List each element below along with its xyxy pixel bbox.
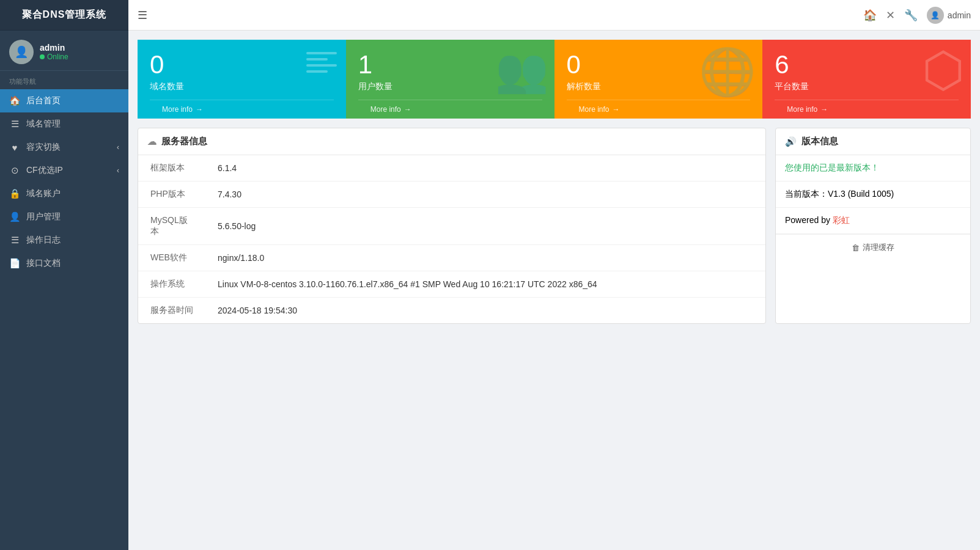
arrow-right-icon: → — [404, 105, 411, 114]
sidebar-item-host-switch[interactable]: ♥ 容灾切换 ‹ — [0, 136, 128, 159]
users-bg-icon: 👥 — [495, 49, 548, 92]
table-row: 操作系统 Linux VM-0-8-centos 3.10.0-1160.76.… — [138, 271, 765, 298]
powered-by-link[interactable]: 彩虹 — [833, 215, 850, 225]
row-value: Linux VM-0-8-centos 3.10.0-1160.76.1.el7… — [205, 271, 765, 298]
sidebar-user-section: 👤 admin Online — [0, 31, 128, 71]
doc-icon: 📄 — [9, 258, 20, 269]
user-icon: 👤 — [9, 211, 20, 222]
sidebar-user-status: Online — [40, 53, 68, 61]
sidebar-item-operation-log[interactable]: ☰ 操作日志 — [0, 229, 128, 252]
server-info-header: ☁ 服务器信息 — [138, 128, 765, 155]
trash-icon: 🗑 — [852, 243, 860, 252]
heart-icon: ♥ — [9, 142, 20, 153]
nav-username: admin — [948, 10, 971, 20]
speaker-icon: 🔊 — [785, 136, 797, 147]
row-label: PHP版本 — [138, 182, 205, 208]
table-row: MySQL版本 5.6.50-log — [138, 208, 765, 245]
stat-card-domain: 0 域名数量 More info → — [138, 40, 346, 119]
server-info-title: 服务器信息 — [161, 136, 207, 147]
home-nav-icon[interactable]: 🏠 — [863, 9, 877, 22]
chevron-right-icon: ‹ — [117, 143, 119, 152]
sidebar-item-cf-ip[interactable]: ⊙ CF优选IP ‹ — [0, 159, 128, 182]
sidebar-item-label: 域名账户 — [26, 188, 61, 199]
sidebar-section-label: 功能导航 — [0, 71, 128, 89]
row-label: MySQL版本 — [138, 208, 205, 245]
user-info-nav[interactable]: 👤 admin — [927, 7, 971, 24]
domain-count-label: 域名数量 — [150, 81, 334, 92]
version-powered-by: Powered by 彩虹 — [776, 208, 970, 234]
arrow-right-icon: → — [820, 105, 828, 114]
top-nav: ☰ 🏠 ✕ 🔧 👤 admin — [128, 0, 980, 31]
main-content: 0 域名数量 More info → 1 用户数量 👥 More info → — [128, 31, 980, 550]
user-more-info[interactable]: More info → — [358, 100, 542, 119]
hexagon-bg-icon: ⬡ — [922, 46, 965, 95]
app-title: 聚合DNS管理系统 — [22, 9, 107, 21]
table-row: 服务器时间 2024-05-18 19:54:30 — [138, 298, 765, 324]
row-label: 框架版本 — [138, 155, 205, 182]
table-row: 框架版本 6.1.4 — [138, 155, 765, 182]
sidebar-username: admin — [40, 43, 68, 53]
platform-more-info[interactable]: More info → — [775, 100, 959, 119]
version-info-header: 🔊 版本信息 — [776, 128, 970, 155]
user-avatar-nav: 👤 — [927, 7, 944, 24]
row-value: 2024-05-18 19:54:30 — [205, 298, 765, 324]
row-label: 操作系统 — [138, 271, 205, 298]
top-nav-left: ☰ — [138, 9, 147, 22]
stat-bg-lines-icon — [306, 52, 337, 73]
settings-nav-icon[interactable]: 🔧 — [904, 9, 918, 22]
sidebar-item-label: 接口文档 — [26, 258, 61, 269]
row-value: 6.1.4 — [205, 155, 765, 182]
sidebar-item-label: 容灾切换 — [26, 142, 61, 153]
home-icon: 🏠 — [9, 95, 20, 106]
row-label: WEB软件 — [138, 245, 205, 271]
version-current: 当前版本：V1.3 (Build 1005) — [776, 182, 970, 208]
sidebar-logo: 聚合DNS管理系统 — [0, 0, 128, 31]
sidebar-user-info: admin Online — [40, 43, 68, 61]
sidebar-item-label: 用户管理 — [26, 211, 61, 222]
stat-card-user: 1 用户数量 👥 More info → — [346, 40, 554, 119]
lock-icon: 🔒 — [9, 188, 20, 199]
table-row: PHP版本 7.4.30 — [138, 182, 765, 208]
version-info-title: 版本信息 — [801, 136, 838, 147]
status-dot-icon — [40, 54, 45, 59]
sidebar-item-label: 操作日志 — [26, 235, 61, 246]
version-footer: 🗑 清理缓存 — [776, 234, 970, 260]
sidebar-item-api-docs[interactable]: 📄 接口文档 — [0, 252, 128, 275]
log-icon: ☰ — [9, 235, 20, 246]
top-nav-right: 🏠 ✕ 🔧 👤 admin — [863, 7, 971, 24]
stat-cards-grid: 0 域名数量 More info → 1 用户数量 👥 More info → — [138, 40, 971, 119]
version-latest-text: 您使用的已是最新版本！ — [776, 155, 970, 182]
sidebar-item-label: 后台首页 — [26, 95, 61, 106]
sidebar-item-label: 域名管理 — [26, 119, 61, 130]
close-nav-icon[interactable]: ✕ — [886, 9, 895, 22]
sidebar-item-label: CF优选IP — [26, 165, 63, 176]
sidebar-item-dashboard[interactable]: 🏠 后台首页 — [0, 89, 128, 112]
row-value: nginx/1.18.0 — [205, 245, 765, 271]
cards-row: ☁ 服务器信息 框架版本 6.1.4 PHP版本 7.4.30 MySQL版本 … — [138, 128, 971, 324]
sidebar-item-domain-mgmt[interactable]: ☰ 域名管理 — [0, 112, 128, 136]
clear-cache-button[interactable]: 🗑 清理缓存 — [785, 242, 961, 253]
cloud-icon: ☁ — [147, 136, 157, 147]
stat-card-platform: 6 平台数量 ⬡ More info → — [762, 40, 971, 119]
globe-bg-icon: 🌐 — [699, 49, 756, 95]
domain-more-info[interactable]: More info → — [150, 100, 334, 119]
server-info-table: 框架版本 6.1.4 PHP版本 7.4.30 MySQL版本 5.6.50-l… — [138, 155, 765, 323]
server-info-card: ☁ 服务器信息 框架版本 6.1.4 PHP版本 7.4.30 MySQL版本 … — [138, 128, 766, 324]
resolve-more-info[interactable]: More info → — [567, 100, 751, 119]
table-row: WEB软件 nginx/1.18.0 — [138, 245, 765, 271]
arrow-right-icon: → — [613, 105, 620, 114]
list-icon: ☰ — [9, 119, 20, 130]
arrow-right-icon: → — [196, 105, 203, 114]
row-value: 7.4.30 — [205, 182, 765, 208]
sidebar: 聚合DNS管理系统 👤 admin Online 功能导航 🏠 后台首页 ☰ 域… — [0, 0, 128, 550]
chevron-right-icon: ‹ — [117, 166, 119, 175]
row-label: 服务器时间 — [138, 298, 205, 324]
sidebar-item-domain-account[interactable]: 🔒 域名账户 — [0, 182, 128, 205]
hamburger-icon[interactable]: ☰ — [138, 9, 147, 22]
stat-card-resolve: 0 解析数量 🌐 More info → — [554, 40, 763, 119]
version-info-card: 🔊 版本信息 您使用的已是最新版本！ 当前版本：V1.3 (Build 1005… — [775, 128, 971, 324]
circle-icon: ⊙ — [9, 165, 20, 176]
sidebar-item-user-mgmt[interactable]: 👤 用户管理 — [0, 205, 128, 229]
row-value: 5.6.50-log — [205, 208, 765, 245]
avatar: 👤 — [9, 40, 34, 64]
